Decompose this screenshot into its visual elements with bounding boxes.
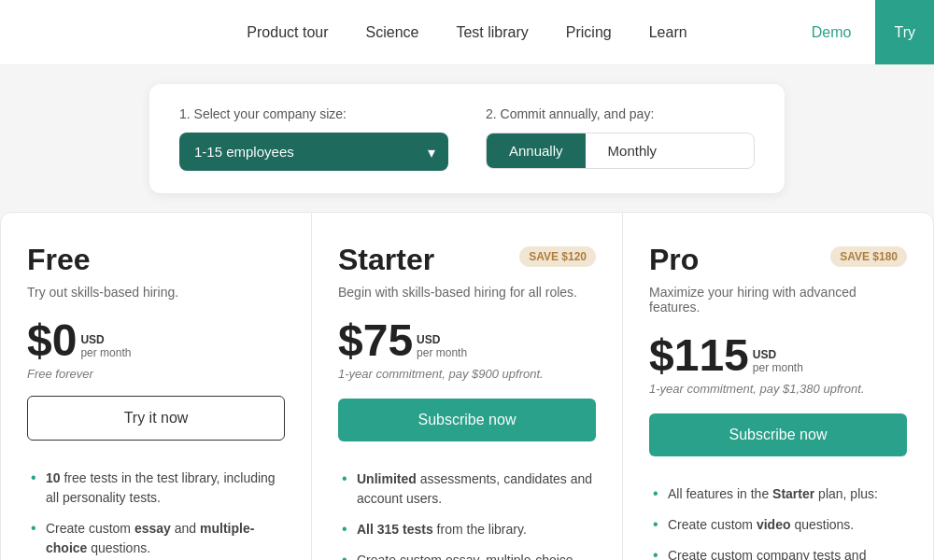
starter-cta-button[interactable]: Subscribe now (338, 399, 596, 441)
billing-cycle-label: 2. Commit annually, and pay: (486, 106, 755, 121)
free-price-meta: USD per month (80, 333, 131, 363)
nav-test-library[interactable]: Test library (456, 17, 528, 49)
pro-price-amount: $115 (649, 333, 749, 378)
demo-link[interactable]: Demo (797, 17, 867, 49)
starter-save-badge: SAVE $120 (519, 246, 596, 267)
free-feature-2: Create custom essay and multiple-choice … (27, 513, 285, 560)
pro-feature-1: All features in the Starter plan, plus: (649, 479, 907, 510)
company-size-select[interactable]: 1-15 employees 16-50 employees 51-200 em… (179, 133, 448, 171)
free-price-period: per month (80, 346, 131, 359)
free-forever-note: Free forever (27, 367, 285, 381)
nav-links: Product tour Science Test library Pricin… (19, 17, 915, 49)
starter-price-period: per month (417, 346, 467, 359)
starter-feature-2: All 315 tests from the library. (338, 514, 596, 545)
nav-science[interactable]: Science (366, 17, 419, 49)
pro-commitment-note: 1-year commitment, pay $1,380 upfront. (649, 382, 907, 399)
starter-price-row: $75 USD per month (338, 318, 596, 363)
pro-plan-description: Maximize your hiring with advanced featu… (649, 285, 907, 315)
company-size-label: 1. Select your company size: (179, 106, 448, 121)
starter-plan-card: SAVE $120 Starter Begin with skills-base… (312, 212, 622, 560)
free-plan-description: Try out skills-based hiring. (27, 285, 285, 300)
pro-plan-card: SAVE $180 Pro Maximize your hiring with … (622, 212, 934, 560)
pro-feature-2: Create custom video questions. (649, 510, 907, 540)
starter-feature-1: Unlimited assessments, candidates and ac… (338, 464, 596, 514)
nav-right: Demo Try (797, 0, 934, 64)
free-cta-button[interactable]: Try it now (27, 396, 285, 441)
free-features-list: 10 free tests in the test library, inclu… (27, 463, 285, 560)
pro-price-row: $115 USD per month (649, 333, 907, 378)
pricing-section: Free Try out skills-based hiring. $0 USD… (0, 212, 934, 560)
pro-cta-button[interactable]: Subscribe now (649, 413, 907, 456)
nav-product-tour[interactable]: Product tour (247, 17, 328, 49)
free-plan-card: Free Try out skills-based hiring. $0 USD… (0, 212, 312, 560)
pro-price-meta: USD per month (753, 348, 803, 378)
free-price-row: $0 USD per month (27, 318, 285, 363)
pro-price-currency: USD (753, 348, 803, 361)
pro-feature-3: Create custom company tests and coding c… (649, 540, 907, 560)
starter-features-list: Unlimited assessments, candidates and ac… (338, 464, 596, 560)
billing-cycle-group: 2. Commit annually, and pay: Annually Mo… (486, 106, 755, 169)
nav-pricing[interactable]: Pricing (566, 17, 612, 49)
company-size-group: 1. Select your company size: 1-15 employ… (179, 106, 448, 171)
free-plan-name: Free (27, 243, 285, 277)
starter-plan-description: Begin with skills-based hiring for all r… (338, 285, 596, 300)
starter-price-amount: $75 (338, 318, 413, 363)
starter-price-meta: USD per month (417, 333, 467, 363)
try-button[interactable]: Try (875, 0, 934, 64)
free-feature-1: 10 free tests in the test library, inclu… (27, 463, 285, 513)
free-price-amount: $0 (27, 318, 77, 363)
pro-features-list: All features in the Starter plan, plus: … (649, 479, 907, 560)
company-select-wrapper: 1-15 employees 16-50 employees 51-200 em… (179, 133, 448, 171)
free-price-currency: USD (80, 333, 131, 346)
starter-price-currency: USD (417, 333, 467, 346)
monthly-button[interactable]: Monthly (586, 133, 680, 168)
nav-learn[interactable]: Learn (649, 17, 687, 49)
annually-button[interactable]: Annually (487, 133, 586, 168)
billing-toggle: Annually Monthly (486, 133, 755, 169)
navbar: Product tour Science Test library Pricin… (0, 0, 934, 65)
pro-save-badge: SAVE $180 (830, 246, 907, 267)
starter-commitment-note: 1-year commitment, pay $900 upfront. (338, 367, 596, 384)
starter-feature-3: Create custom essay, multiple-choice, an… (338, 545, 596, 560)
selector-section: 1. Select your company size: 1-15 employ… (149, 84, 785, 193)
pro-price-period: per month (753, 361, 803, 374)
